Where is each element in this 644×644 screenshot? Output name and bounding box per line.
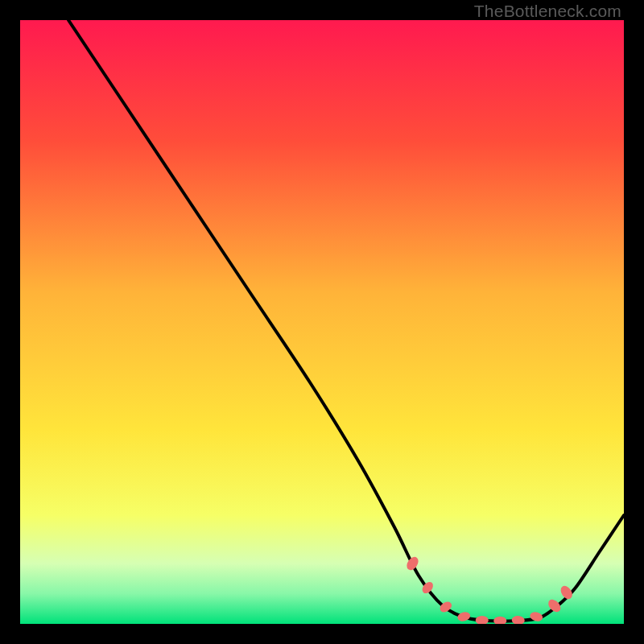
chart-frame: TheBottleneck.com: [0, 0, 644, 644]
gradient-background: [20, 20, 624, 624]
chart-svg: [20, 20, 624, 624]
chart-plot: [20, 20, 624, 624]
watermark-text: TheBottleneck.com: [474, 2, 621, 21]
